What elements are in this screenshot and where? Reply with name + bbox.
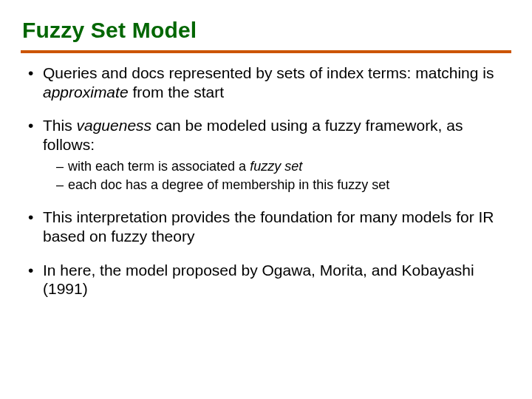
bullet-text: This xyxy=(43,117,77,134)
sub-bullet-emph: fuzzy set xyxy=(250,159,302,174)
sub-bullet-text: with each term is associated a xyxy=(68,159,250,174)
slide-title: Fuzzy Set Model xyxy=(22,18,511,43)
bullet-item: This vagueness can be modeled using a fu… xyxy=(28,116,507,193)
sub-bullet-item: each doc has a degree of membership in t… xyxy=(56,177,507,194)
bullet-item: In here, the model proposed by Ogawa, Mo… xyxy=(28,261,507,299)
title-underline xyxy=(21,50,511,53)
sub-bullet-text: each doc has a degree of membership in t… xyxy=(68,177,389,192)
bullet-text: This interpretation provides the foundat… xyxy=(43,208,494,245)
bullet-emph: vagueness xyxy=(77,117,152,134)
sub-bullet-list: with each term is associated a fuzzy set… xyxy=(43,158,507,193)
sub-bullet-item: with each term is associated a fuzzy set xyxy=(56,158,507,175)
bullet-list: Queries and docs represented by sets of … xyxy=(21,64,511,299)
bullet-text: In here, the model proposed by Ogawa, Mo… xyxy=(43,262,474,298)
bullet-item: This interpretation provides the foundat… xyxy=(28,208,507,245)
bullet-item: Queries and docs represented by sets of … xyxy=(28,64,507,101)
bullet-emph: approximate xyxy=(43,83,129,100)
bullet-text: from the start xyxy=(129,83,225,100)
bullet-text: Queries and docs represented by sets of … xyxy=(43,64,494,81)
slide: Fuzzy Set Model Queries and docs represe… xyxy=(0,0,532,399)
